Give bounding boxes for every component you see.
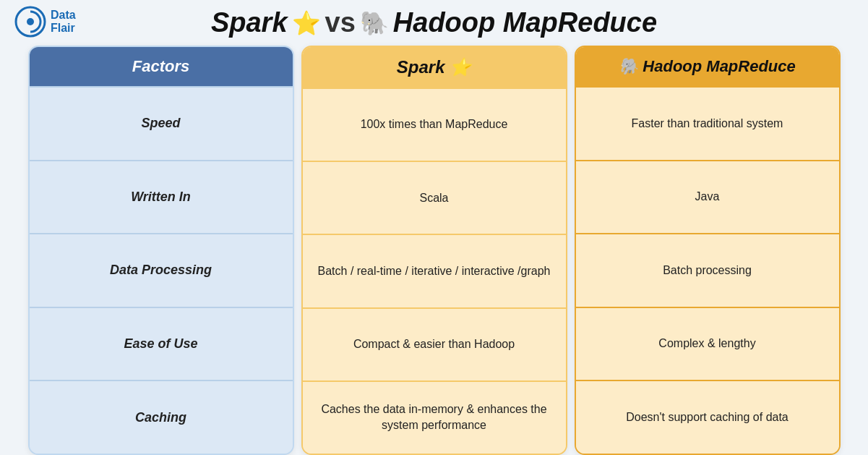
title-vs: vs: [325, 7, 356, 38]
title-star-icon: ⭐: [292, 9, 321, 37]
dataflair-logo-icon: [14, 6, 46, 38]
factors-ease-label: Ease of Use: [124, 336, 197, 352]
spark-ease-value: Compact & easier than Hadoop: [353, 336, 515, 352]
hadoop-dataprocessing-value: Batch processing: [663, 263, 752, 278]
logo: Data Flair: [14, 6, 76, 38]
hadoop-written-cell: Java: [576, 160, 839, 234]
factors-header-label: Factors: [132, 57, 189, 75]
factors-ease-cell: Ease of Use: [30, 307, 293, 380]
factors-caching-label: Caching: [135, 410, 186, 425]
spark-written-cell: Scala: [303, 161, 566, 234]
spark-ease-cell: Compact & easier than Hadoop: [303, 307, 566, 380]
hadoop-column: 🐘 Hadoop MapReduce Faster than tradition…: [575, 46, 841, 455]
hadoop-speed-cell: Faster than traditional system: [576, 86, 839, 160]
spark-caching-value: Caches the data in-memory & enhances the…: [311, 401, 557, 434]
spark-speed-value: 100x times than MapReduce: [361, 116, 508, 132]
hadoop-header-label: 🐘 Hadoop MapReduce: [619, 57, 796, 75]
factors-speed-cell: Speed: [30, 86, 293, 160]
spark-column: Spark ⭐ 100x times than MapReduce Scala …: [301, 46, 567, 455]
factors-speed-label: Speed: [141, 116, 180, 131]
factors-written-label: Written In: [131, 190, 191, 205]
title-elephant-icon: 🐘: [360, 9, 389, 37]
hadoop-caching-value: Doesn't support caching of data: [626, 409, 788, 425]
logo-flair: Flair: [51, 22, 76, 35]
spark-caching-cell: Caches the data in-memory & enhances the…: [303, 380, 566, 454]
factors-dataprocessing-cell: Data Processing: [30, 233, 293, 307]
hadoop-speed-value: Faster than traditional system: [632, 116, 783, 132]
spark-header-label: Spark ⭐: [397, 57, 471, 77]
spark-written-value: Scala: [419, 190, 448, 206]
spark-dataprocessing-value: Batch / real-time / iterative / interact…: [318, 263, 551, 279]
spark-dataprocessing-cell: Batch / real-time / iterative / interact…: [303, 234, 566, 307]
logo-text: Data Flair: [51, 9, 76, 34]
main-title: Spark ⭐ vs 🐘 Hadoop MapReduce: [211, 7, 657, 38]
factors-header: Factors: [30, 47, 293, 86]
spark-header: Spark ⭐: [303, 47, 566, 88]
factors-dataprocessing-label: Data Processing: [110, 263, 212, 278]
header: Data Flair Spark ⭐ vs 🐘 Hadoop MapReduce: [0, 0, 868, 43]
hadoop-header: 🐘 Hadoop MapReduce: [576, 47, 839, 86]
title-hadoop: Hadoop MapReduce: [393, 7, 657, 38]
factors-caching-cell: Caching: [30, 380, 293, 454]
factors-written-cell: Written In: [30, 160, 293, 234]
comparison-table: Factors Speed Written In Data Processing…: [15, 46, 854, 455]
hadoop-written-value: Java: [695, 189, 720, 205]
factors-column: Factors Speed Written In Data Processing…: [28, 46, 294, 455]
hadoop-ease-value: Complex & lengthy: [658, 336, 755, 352]
spark-speed-cell: 100x times than MapReduce: [303, 88, 566, 161]
hadoop-caching-cell: Doesn't support caching of data: [576, 380, 839, 454]
svg-point-1: [27, 18, 34, 25]
title-spark: Spark: [211, 7, 288, 38]
hadoop-ease-cell: Complex & lengthy: [576, 307, 839, 380]
logo-data: Data: [51, 9, 76, 22]
hadoop-dataprocessing-cell: Batch processing: [576, 233, 839, 307]
